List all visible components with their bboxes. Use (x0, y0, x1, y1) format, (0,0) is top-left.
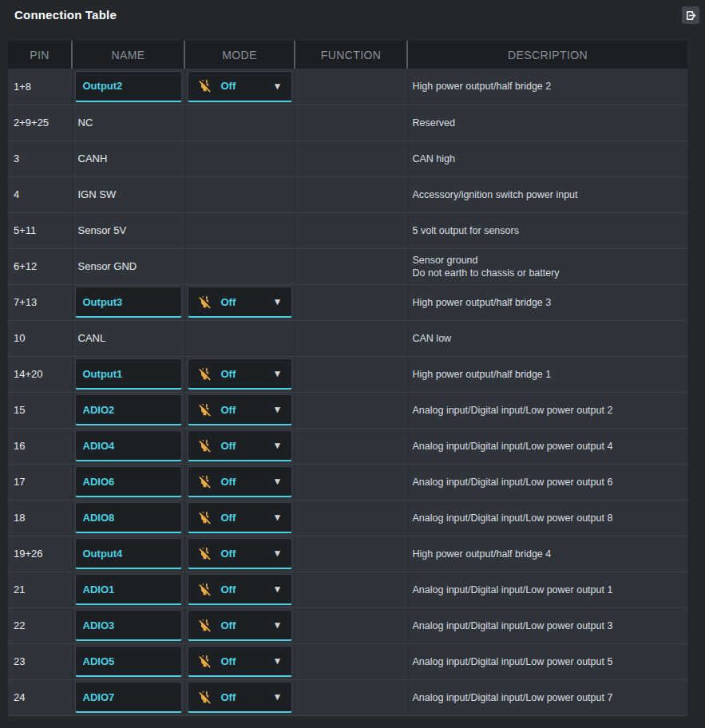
table-row: 5+11 Sensor 5V 5 volt output for sensors (8, 212, 687, 248)
export-icon (685, 10, 697, 22)
function-cell (295, 643, 407, 679)
pin-label: 21 (8, 584, 72, 595)
description-text: CAN low (408, 332, 688, 345)
mode-select-value: Off (221, 691, 236, 703)
name-input-value: Output4 (83, 548, 123, 560)
table-row: 1+8 Output2 (8, 69, 687, 105)
name-label: NC (73, 117, 184, 129)
mode-select[interactable]: Off ▼ (188, 358, 292, 390)
function-cell (295, 69, 407, 105)
name-input[interactable]: ADIO3 (75, 610, 182, 641)
power-off-icon (197, 654, 212, 669)
description-text: CAN high (408, 152, 688, 165)
table-row: 16 ADIO4 (8, 428, 687, 464)
mode-select-value: Off (221, 548, 236, 560)
power-off-icon (197, 690, 212, 705)
mode-select[interactable]: Off ▼ (188, 682, 292, 713)
name-input[interactable]: ADIO1 (75, 574, 182, 605)
power-off-icon (197, 402, 212, 417)
description-text: Analog input/Digital input/Low power out… (408, 440, 688, 453)
pin-label: 19+26 (8, 548, 72, 560)
table-row: 17 ADIO6 (8, 464, 687, 500)
mode-select[interactable]: Off ▼ (188, 610, 292, 641)
pin-label: 18 (8, 512, 72, 524)
name-input-value: ADIO6 (83, 476, 115, 488)
power-off-icon (197, 78, 212, 93)
mode-select-value: Off (221, 80, 236, 92)
function-cell (295, 500, 407, 536)
mode-select[interactable]: Off ▼ (188, 287, 292, 318)
name-input-value: Output2 (83, 80, 123, 92)
name-input[interactable]: ADIO7 (75, 682, 182, 713)
name-input[interactable]: ADIO2 (75, 394, 182, 425)
chevron-down-icon: ▼ (273, 369, 283, 378)
column-header-name: NAME (72, 41, 184, 69)
chevron-down-icon: ▼ (273, 81, 283, 91)
name-input[interactable]: ADIO8 (75, 502, 182, 533)
name-input-value: ADIO4 (83, 440, 115, 452)
mode-select-value: Off (221, 368, 236, 380)
name-input[interactable]: Output1 (75, 358, 182, 390)
chevron-down-icon: ▼ (273, 441, 283, 450)
function-cell (295, 392, 407, 428)
name-input-value: ADIO8 (83, 512, 115, 524)
mode-select-value: Off (221, 584, 236, 595)
power-off-icon (197, 510, 212, 525)
mode-select[interactable]: Off ▼ (188, 466, 292, 497)
power-off-icon (197, 618, 212, 633)
name-label: IGN SW (73, 188, 184, 200)
name-input-value: Output3 (83, 296, 123, 308)
pin-label: 15 (8, 404, 72, 416)
mode-select[interactable]: Off ▼ (188, 71, 292, 102)
function-cell (295, 105, 407, 140)
chevron-down-icon: ▼ (273, 405, 283, 414)
description-text: Analog input/Digital input/Low power out… (408, 691, 688, 704)
chevron-down-icon: ▼ (273, 477, 283, 486)
mode-select[interactable]: Off ▼ (188, 646, 292, 677)
function-cell (295, 284, 407, 320)
table-row: 3 CANH CAN high (8, 140, 687, 176)
pin-label: 5+11 (8, 224, 72, 236)
name-input[interactable]: ADIO5 (75, 646, 182, 677)
table-row: 22 ADIO3 (8, 607, 687, 643)
chevron-down-icon: ▼ (273, 512, 283, 522)
column-header-pin: PIN (8, 41, 72, 69)
table-row: 18 ADIO8 (8, 500, 687, 536)
mode-select-value: Off (221, 404, 236, 416)
name-label: Sensor GND (73, 260, 184, 272)
mode-select[interactable]: Off ▼ (188, 502, 292, 533)
table-row: 2+9+25 NC Reserved (8, 105, 687, 140)
name-input[interactable]: Output4 (75, 538, 182, 569)
description-text: Analog input/Digital input/Low power out… (408, 619, 688, 632)
table-row: 15 ADIO2 (8, 392, 687, 428)
mode-select[interactable]: Off ▼ (188, 394, 292, 425)
table-row: 19+26 Output4 (8, 536, 687, 572)
export-button[interactable] (682, 6, 699, 24)
name-input[interactable]: ADIO6 (75, 466, 182, 497)
name-input[interactable]: Output2 (75, 71, 182, 102)
description-text: Analog input/Digital input/Low power out… (408, 476, 688, 489)
mode-select[interactable]: Off ▼ (188, 574, 292, 605)
table-row: 6+12 Sensor GND Sensor ground Do not ear… (8, 248, 687, 284)
pin-label: 3 (8, 152, 72, 164)
chevron-down-icon: ▼ (273, 692, 283, 702)
mode-select[interactable]: Off ▼ (188, 430, 292, 461)
column-header-function: FUNCTION (295, 41, 407, 69)
table-row: 24 ADIO7 (8, 679, 687, 715)
function-cell (295, 607, 407, 643)
mode-select[interactable]: Off ▼ (188, 538, 292, 569)
pin-label: 22 (8, 619, 72, 631)
name-input[interactable]: Output3 (75, 287, 182, 318)
function-cell (295, 356, 407, 392)
pin-label: 17 (8, 476, 72, 488)
name-input[interactable]: ADIO4 (75, 430, 182, 461)
pin-label: 14+20 (8, 368, 72, 380)
description-text: High power output/half bridge 1 (408, 368, 688, 381)
description-text: 5 volt output for sensors (408, 224, 688, 237)
column-header-description: DESCRIPTION (407, 41, 687, 69)
pin-label: 6+12 (8, 260, 72, 272)
function-cell (295, 320, 407, 356)
pin-label: 24 (8, 691, 72, 703)
power-off-icon (197, 474, 212, 489)
power-off-icon (197, 295, 212, 310)
